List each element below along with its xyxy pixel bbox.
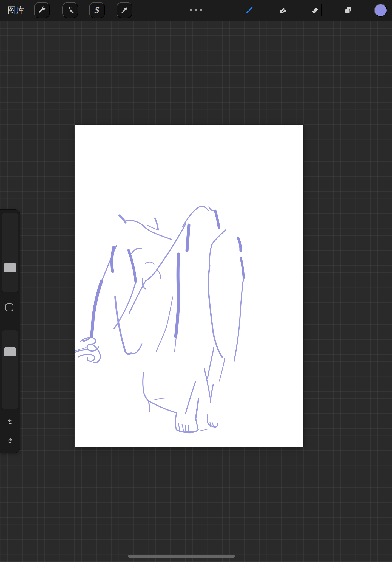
top-toolbar: 图库 S [0,0,392,21]
color-swatch-button[interactable] [374,4,387,17]
opacity-slider[interactable] [2,330,18,409]
ellipsis-dot [195,9,197,11]
actions-button[interactable] [34,2,50,18]
magic-wand-icon [66,6,75,15]
more-menu-button[interactable] [190,9,202,11]
undo-arrow-icon [7,417,14,426]
opacity-slider-handle[interactable] [4,347,16,356]
gallery-label: 图库 [8,5,25,16]
gesture-sketch [75,125,303,447]
transform-arrow-icon [120,6,129,15]
redo-arrow-icon [7,435,14,445]
selection-button[interactable]: S [89,2,105,18]
smudge-finger-icon [279,5,287,15]
brush-size-slider[interactable] [2,213,18,292]
wrench-icon [38,6,46,15]
ellipsis-dot [200,9,202,11]
workspace-background[interactable] [0,21,392,562]
smudge-tool-button[interactable] [277,4,289,16]
eraser-tool-button[interactable] [309,4,322,16]
redo-button[interactable] [5,435,15,446]
selection-s-icon: S [94,5,100,15]
sketch-strokes-bold [92,211,244,336]
layers-button[interactable] [342,4,354,16]
sketch-strokes-main [75,206,244,433]
undo-button[interactable] [5,416,15,427]
app-screen: 图库 S [0,0,392,562]
eraser-icon [311,5,319,15]
layers-icon [344,5,352,15]
adjustments-button[interactable] [62,2,78,18]
gallery-button[interactable]: 图库 [8,0,25,21]
brush-icon [245,5,253,15]
transform-button[interactable] [117,2,132,18]
modify-button[interactable] [5,303,13,311]
paint-tool-button[interactable] [243,4,255,16]
brush-size-slider-handle[interactable] [4,263,16,272]
ellipsis-dot [190,9,192,11]
home-indicator-bar[interactable] [128,555,235,558]
sidebar-tool-panel [0,209,20,453]
drawing-canvas[interactable] [75,125,303,447]
